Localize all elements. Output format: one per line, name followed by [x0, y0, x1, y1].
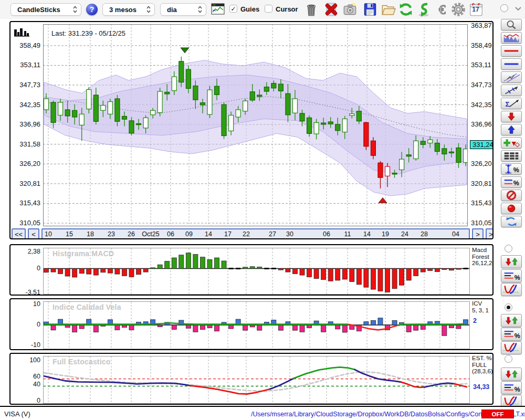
macd-panel: Histgrama MACD MacdForest26,12,26 2,380-… [9, 244, 494, 296]
channel-tool-button[interactable] [501, 71, 522, 83]
sto-lines-percent-button[interactable]: % [501, 381, 522, 394]
scroll-far-left-button[interactable]: << [12, 228, 26, 239]
macd-y-tick-label: 2,38 [12, 248, 40, 255]
guies-checkbox[interactable]: ✓ [229, 5, 237, 13]
off-toggle[interactable]: OFF [481, 410, 514, 418]
lines-percent-button[interactable]: % [501, 176, 522, 188]
sto-y-tick-label: 60 [12, 373, 40, 380]
sto-y-tick-label: 40 [12, 381, 40, 388]
open-folder-icon[interactable] [380, 2, 396, 17]
red-down-arrow-button[interactable] [501, 111, 522, 122]
signal-arrows-icon [501, 368, 521, 381]
macd-plot[interactable] [43, 248, 470, 295]
macd-y-tick-label: -3,51 [12, 289, 40, 296]
euro-icon[interactable]: € [434, 2, 449, 17]
refresh-icon[interactable] [398, 2, 414, 17]
svg-text:%: % [514, 274, 520, 281]
select-chevrons-icon [72, 5, 78, 14]
vertical-percent-button[interactable]: % [501, 163, 522, 175]
trend-arrow-button[interactable] [501, 85, 522, 96]
main-chart-panel: Last: 331.239 - 05/12/25 363,87358,49358… [9, 21, 494, 239]
macd-curve-button[interactable] [501, 283, 522, 296]
add-marker-button[interactable] [501, 137, 522, 149]
status-bar: VISA (V) /Users/mserra/Library/CloudStor… [0, 406, 525, 420]
blue-hline-button[interactable] [501, 58, 522, 70]
triangle-up-marker [379, 197, 387, 203]
y-tick-label-right: 320,81 [471, 180, 492, 187]
main-plot[interactable] [43, 24, 468, 226]
interval-value: dia [167, 6, 177, 14]
sigma-trend-icon: Σ [501, 98, 521, 109]
macd-right-label: MacdForest26,12,26 [472, 247, 494, 267]
scroll-right-button[interactable]: > [472, 228, 484, 239]
date-tick-label: 15 [59, 230, 80, 238]
vertical-percent-icon: % [501, 163, 521, 175]
y-tick-label-right: 310,05 [471, 219, 492, 227]
y-tick-label-left: 331,58 [12, 140, 40, 148]
y-tick-label-left: 336,96 [12, 120, 40, 128]
y-tick-label-left: 342,35 [12, 101, 40, 109]
sto-signal-arrows-button[interactable] [501, 368, 522, 381]
last-price-axis-badge: 331,24 [470, 140, 494, 149]
help-button[interactable]: ? [86, 4, 98, 15]
scroll-far-right-button[interactable]: >> [486, 228, 494, 239]
icv-plot[interactable] [43, 301, 470, 349]
y-tick-label-right: 342,35 [471, 101, 492, 109]
dashed-levels-button[interactable] [501, 150, 522, 162]
y-tick-label-right: 358,49 [471, 41, 492, 49]
range-select[interactable]: 3 mesos [102, 3, 155, 16]
date-tick-label: 23 [101, 230, 122, 238]
red-hline-button[interactable] [501, 45, 522, 57]
icv-y-tick-label: -10 [12, 341, 40, 349]
panel-lines-percent-icon: % [501, 381, 521, 394]
select-chevrons-icon [197, 5, 203, 14]
macd-lines-percent-button[interactable]: % [501, 269, 522, 282]
snapshot-icon[interactable] [342, 2, 358, 17]
interval-select[interactable]: dia [160, 3, 206, 16]
cursor-checkbox[interactable] [265, 5, 272, 13]
date-tick-label: 22 [236, 230, 257, 238]
svg-text:%: % [514, 386, 520, 393]
forbidden-icon [501, 190, 521, 201]
blue-up-arrow-button[interactable] [501, 124, 522, 135]
forbidden-button[interactable] [501, 190, 522, 201]
blue-up-arrow-icon [501, 124, 521, 135]
icv-panel-radio[interactable] [505, 303, 512, 311]
icv-signal-arrows-button[interactable] [501, 314, 522, 327]
panel-curve-icon [501, 283, 521, 296]
svg-text:%: % [513, 166, 519, 174]
channel-tool-icon [501, 71, 521, 83]
icv-panel: Indice Calidad Vela ICV5, 3, 1 2 100-10 [9, 298, 494, 350]
icv-y-tick-label: 10 [12, 300, 40, 308]
mini-chart-icon[interactable] [211, 3, 225, 15]
date-tick-label: 10 [38, 230, 59, 238]
blue-refresh-button[interactable] [501, 216, 522, 227]
date-tick-label: 04 [445, 230, 466, 238]
revert-icon[interactable] [416, 2, 432, 17]
lines-percent-icon: % [501, 176, 521, 188]
delete-x-icon[interactable] [323, 2, 339, 17]
chart-type-value: CandleSticks [17, 6, 60, 14]
zoom-button[interactable] [501, 19, 522, 30]
date-tick-label: 18 [80, 230, 101, 238]
zoom-icon [501, 19, 521, 30]
record-icon [501, 203, 521, 214]
indicator-chart-button[interactable] [501, 32, 522, 44]
macd-signal-arrows-button[interactable] [501, 255, 522, 268]
macd-panel-radio[interactable] [505, 245, 512, 253]
sigma-trend-button[interactable]: Σ [501, 98, 522, 109]
trash-icon[interactable] [303, 2, 319, 17]
chart-type-select[interactable]: CandleSticks [10, 3, 81, 16]
settings-gear-icon[interactable] [450, 2, 466, 17]
record-button[interactable] [501, 203, 522, 214]
signal-arrows-icon [501, 255, 521, 268]
check-mark: ✓ [230, 5, 236, 13]
panel-lines-percent-icon: % [501, 328, 521, 341]
save-icon[interactable] [362, 2, 378, 17]
icv-lines-percent-button[interactable]: % [501, 328, 522, 341]
signal-arrows-icon [501, 314, 521, 327]
date-tick-label: 09 [178, 230, 200, 238]
sto-panel-radio[interactable] [505, 355, 512, 363]
icv-curve-button[interactable] [501, 341, 522, 354]
sto-plot[interactable] [43, 356, 470, 404]
